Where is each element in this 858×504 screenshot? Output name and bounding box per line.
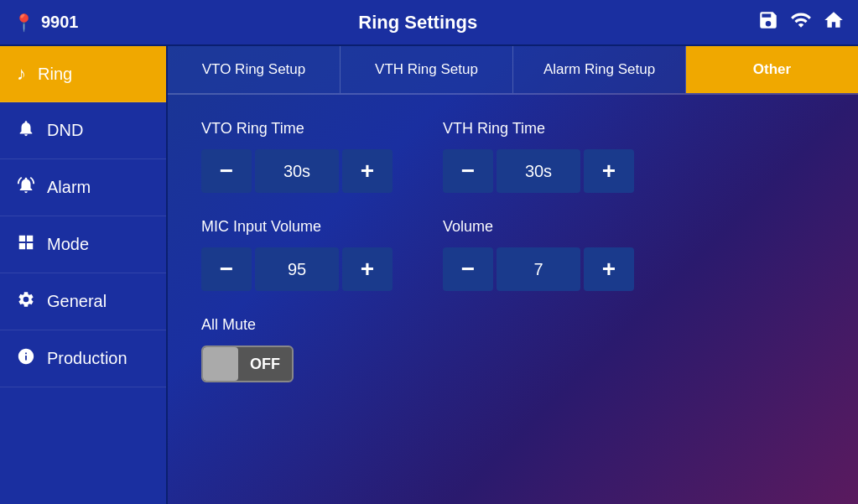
tab-other[interactable]: Other — [686, 46, 858, 93]
device-id-section: 📍 9901 — [13, 13, 79, 33]
sidebar-label-dnd: DND — [47, 121, 83, 140]
save-icon[interactable] — [757, 9, 779, 36]
vto-ring-time-value: 30s — [255, 149, 339, 193]
vth-ring-time-group: VTH Ring Time − 30s + — [443, 120, 634, 193]
toggle-handle — [203, 347, 238, 381]
all-mute-toggle[interactable]: OFF — [201, 346, 294, 382]
volume-increase[interactable]: + — [584, 247, 634, 291]
vth-ring-time-decrease[interactable]: − — [443, 149, 493, 193]
device-id: 9901 — [41, 13, 79, 32]
vto-ring-time-increase[interactable]: + — [342, 149, 393, 193]
tabs-bar: VTO Ring Setup VTH Ring Setup Alarm Ring… — [168, 46, 858, 95]
ring-time-row: VTO Ring Time − 30s + VTH Ring Time − 30… — [201, 120, 824, 193]
sidebar-item-ring[interactable]: ♪ Ring — [0, 46, 166, 102]
volume-decrease[interactable]: − — [443, 247, 493, 291]
volume-row: MIC Input Volume − 95 + Volume − 7 + — [201, 218, 824, 291]
main-content: VTO Ring Setup VTH Ring Setup Alarm Ring… — [168, 46, 858, 504]
all-mute-label: All Mute — [201, 316, 824, 334]
mic-input-volume-label: MIC Input Volume — [201, 218, 393, 236]
volume-group: Volume − 7 + — [443, 218, 634, 291]
vto-ring-time-group: VTO Ring Time − 30s + — [201, 120, 393, 193]
vto-ring-time-decrease[interactable]: − — [201, 149, 252, 193]
vto-ring-time-label: VTO Ring Time — [201, 120, 393, 138]
sidebar-item-production[interactable]: Production — [0, 330, 166, 387]
all-mute-section: All Mute OFF — [201, 316, 824, 382]
mic-volume-increase[interactable]: + — [342, 247, 393, 291]
other-tab-content: VTO Ring Time − 30s + VTH Ring Time − 30… — [168, 95, 858, 504]
toggle-state-text: OFF — [238, 356, 292, 373]
main-layout: ♪ Ring DND Alarm — [0, 46, 858, 504]
tab-vth-ring-setup[interactable]: VTH Ring Setup — [341, 46, 513, 93]
sidebar-label-production: Production — [47, 349, 127, 368]
vto-ring-time-stepper: − 30s + — [201, 149, 393, 193]
home-icon[interactable] — [823, 9, 845, 36]
mic-input-volume-group: MIC Input Volume − 95 + — [201, 218, 393, 291]
vth-ring-time-label: VTH Ring Time — [443, 120, 634, 138]
sidebar-item-dnd[interactable]: DND — [0, 102, 166, 159]
tab-alarm-ring-setup[interactable]: Alarm Ring Setup — [513, 46, 686, 93]
volume-value: 7 — [497, 247, 580, 291]
vth-ring-time-increase[interactable]: + — [584, 149, 634, 193]
volume-label: Volume — [443, 218, 634, 236]
mic-volume-value: 95 — [255, 247, 339, 291]
tab-vto-ring-setup[interactable]: VTO Ring Setup — [168, 46, 341, 93]
bell-slash-icon — [17, 119, 35, 142]
sidebar-label-mode: Mode — [47, 235, 89, 254]
grid-icon — [17, 233, 35, 256]
volume-stepper: − 7 + — [443, 247, 634, 291]
sidebar-item-mode[interactable]: Mode — [0, 216, 166, 273]
wifi-icon — [789, 9, 813, 36]
mic-volume-decrease[interactable]: − — [201, 247, 252, 291]
vth-ring-time-value: 30s — [497, 149, 580, 193]
sidebar-item-alarm[interactable]: Alarm — [0, 159, 166, 216]
music-note-icon: ♪ — [17, 63, 26, 85]
sidebar-label-ring: Ring — [38, 65, 72, 84]
sidebar: ♪ Ring DND Alarm — [0, 46, 168, 504]
header: 📍 9901 Ring Settings — [0, 0, 858, 46]
alarm-bell-icon — [17, 176, 35, 199]
location-icon: 📍 — [13, 13, 34, 33]
page-title: Ring Settings — [79, 12, 758, 34]
mic-input-volume-stepper: − 95 + — [201, 247, 393, 291]
sidebar-label-general: General — [47, 292, 107, 311]
info-icon — [17, 347, 35, 370]
sidebar-label-alarm: Alarm — [47, 178, 91, 197]
gear-icon — [17, 290, 35, 313]
header-icons — [757, 9, 845, 36]
sidebar-item-general[interactable]: General — [0, 273, 166, 330]
vth-ring-time-stepper: − 30s + — [443, 149, 634, 193]
